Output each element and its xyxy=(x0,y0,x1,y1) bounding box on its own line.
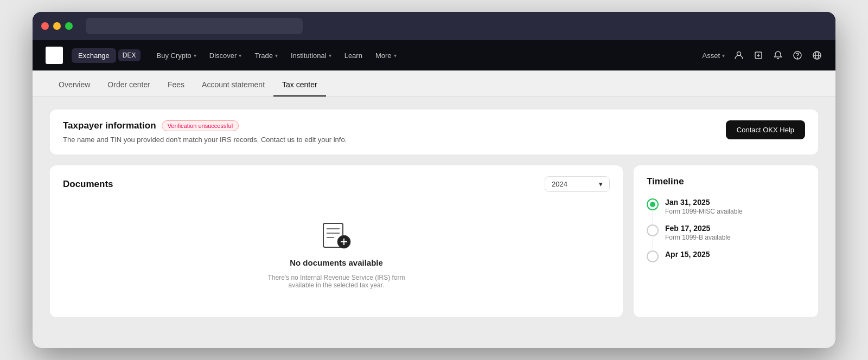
traffic-light-green[interactable] xyxy=(65,22,73,30)
sub-nav-order-center[interactable]: Order center xyxy=(99,74,159,97)
documents-title: Documents xyxy=(63,179,113,190)
no-documents-icon xyxy=(319,217,354,252)
chevron-icon: ▾ xyxy=(194,53,196,59)
asset-menu[interactable]: Asset ▾ xyxy=(702,52,725,60)
navbar: Exchange DEX Buy Crypto ▾ Discover ▾ Tra… xyxy=(33,40,835,70)
logo-icon xyxy=(46,47,63,64)
documents-header: Documents 2024 ▾ xyxy=(63,176,610,192)
traffic-light-yellow[interactable] xyxy=(53,22,61,30)
svg-rect-1 xyxy=(52,50,56,54)
app-content: Exchange DEX Buy Crypto ▾ Discover ▾ Tra… xyxy=(33,40,835,348)
timeline-label-1: Form 1099-MISC available xyxy=(665,208,743,215)
svg-rect-4 xyxy=(58,55,62,60)
svg-rect-2 xyxy=(58,50,62,54)
chevron-down-icon: ▾ xyxy=(599,180,603,188)
timeline-items: Jan 31, 2025 Form 1099-MISC available Fe… xyxy=(647,198,805,271)
nav-discover[interactable]: Discover ▾ xyxy=(204,48,247,63)
timeline-dot-1 xyxy=(647,198,659,210)
chevron-icon: ▾ xyxy=(329,53,331,59)
address-bar[interactable] xyxy=(86,18,303,34)
bell-icon[interactable] xyxy=(773,50,783,61)
nav-learn[interactable]: Learn xyxy=(339,48,368,63)
chevron-icon: ▾ xyxy=(275,53,278,59)
documents-card: Documents 2024 ▾ xyxy=(50,165,623,317)
nav-right: Asset ▾ xyxy=(702,50,822,61)
timeline-date-2: Feb 17, 2025 xyxy=(665,224,731,233)
timeline-info-2: Feb 17, 2025 Form 1099-B available xyxy=(665,224,731,241)
browser-window: Exchange DEX Buy Crypto ▾ Discover ▾ Tra… xyxy=(33,12,835,348)
documents-empty-state: No documents available There's no Intern… xyxy=(63,201,610,305)
nav-more[interactable]: More ▾ xyxy=(370,48,402,63)
download-icon[interactable] xyxy=(753,50,764,61)
main-content: Taxpayer information Verification unsucc… xyxy=(33,97,835,348)
timeline-item-2: Feb 17, 2025 Form 1099-B available xyxy=(647,224,805,250)
svg-rect-0 xyxy=(47,50,51,54)
globe-icon[interactable] xyxy=(812,50,822,61)
sub-nav-fees[interactable]: Fees xyxy=(159,74,193,97)
nav-tabs: Exchange DEX xyxy=(72,48,141,63)
svg-rect-3 xyxy=(47,55,51,60)
chevron-icon: ▾ xyxy=(239,53,241,59)
taxpayer-info-title: Taxpayer information Verification unsucc… xyxy=(63,120,347,131)
traffic-lights xyxy=(41,22,73,30)
chevron-icon: ▾ xyxy=(722,53,725,59)
help-icon[interactable] xyxy=(792,50,803,61)
sub-nav-tax-center[interactable]: Tax center xyxy=(273,74,326,97)
contact-okx-help-button[interactable]: Contact OKX Help xyxy=(726,120,805,139)
nav-logo xyxy=(46,47,63,64)
nav-institutional[interactable]: Institutional ▾ xyxy=(285,48,337,63)
nav-trade[interactable]: Trade ▾ xyxy=(249,48,283,63)
traffic-light-red[interactable] xyxy=(41,22,49,30)
nav-tab-dex[interactable]: DEX xyxy=(118,49,141,61)
taxpayer-info-left: Taxpayer information Verification unsucc… xyxy=(63,120,347,144)
timeline-label-2: Form 1099-B available xyxy=(665,234,731,241)
nav-menu-items: Buy Crypto ▾ Discover ▾ Trade ▾ Institut… xyxy=(151,48,402,63)
bottom-section: Documents 2024 ▾ xyxy=(50,165,818,317)
nav-tab-exchange[interactable]: Exchange xyxy=(72,48,116,63)
user-icon[interactable] xyxy=(733,50,744,61)
documents-empty-title: No documents available xyxy=(290,258,383,267)
timeline-dot-3 xyxy=(647,250,659,262)
timeline-date-1: Jan 31, 2025 xyxy=(665,198,743,207)
sub-nav-account-statement[interactable]: Account statement xyxy=(193,74,273,97)
taxpayer-info-description: The name and TIN you provided don't matc… xyxy=(63,136,347,144)
timeline-item-1: Jan 31, 2025 Form 1099-MISC available xyxy=(647,198,805,224)
svg-point-8 xyxy=(797,58,798,59)
nav-buy-crypto[interactable]: Buy Crypto ▾ xyxy=(151,48,202,63)
sub-nav-overview[interactable]: Overview xyxy=(50,74,99,97)
timeline-card: Timeline Jan 31, 2025 Form 1099-MISC ava… xyxy=(634,165,818,317)
timeline-title: Timeline xyxy=(647,176,805,187)
documents-empty-description: There's no Internal Revenue Service (IRS… xyxy=(255,274,418,289)
browser-chrome xyxy=(33,12,835,40)
taxpayer-info-card: Taxpayer information Verification unsucc… xyxy=(50,110,818,155)
timeline-info-1: Jan 31, 2025 Form 1099-MISC available xyxy=(665,198,743,215)
timeline-dot-2 xyxy=(647,224,659,236)
verification-badge: Verification unsuccessful xyxy=(162,120,239,131)
timeline-item-3: Apr 15, 2025 xyxy=(647,250,805,271)
timeline-date-3: Apr 15, 2025 xyxy=(665,250,710,259)
sub-nav: Overview Order center Fees Account state… xyxy=(33,70,835,97)
year-selector[interactable]: 2024 ▾ xyxy=(545,176,610,192)
timeline-info-3: Apr 15, 2025 xyxy=(665,250,710,262)
chevron-icon: ▾ xyxy=(394,53,397,59)
